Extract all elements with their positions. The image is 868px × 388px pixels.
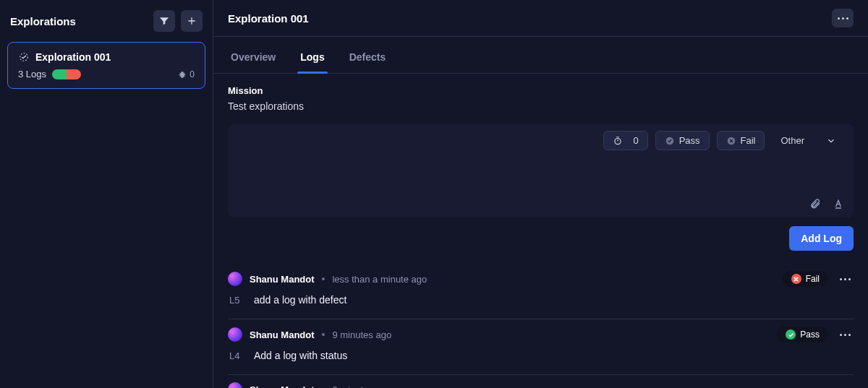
add-log-button[interactable]: Add Log [789,226,854,251]
fail-chip-label: Fail [741,135,756,146]
avatar [228,382,242,388]
chevron-down-icon [826,136,836,146]
other-select-label: Other [780,135,804,146]
log-id: L4 [229,350,244,361]
pass-chip-label: Pass [679,135,700,146]
check-icon [788,332,794,338]
log-more-button[interactable] [837,277,854,282]
text-format-icon [833,198,844,210]
tab-overview[interactable]: Overview [228,41,278,73]
status-badge-pass: Pass [777,327,828,342]
more-icon [838,17,848,20]
paperclip-icon [809,198,821,210]
sidebar-title: Explorations [10,15,76,27]
pass-chip[interactable]: Pass [655,131,710,150]
log-message: Add a log with status [254,350,347,361]
log-author: Shanu Mandot [250,329,315,340]
log-id: L5 [229,295,244,306]
stopwatch-icon [613,136,623,146]
log-entry: Shanu Mandot • 9 minutes ago L3 Add a lo… [228,375,854,388]
x-icon [793,276,799,283]
page-more-button[interactable] [832,9,854,27]
timer-chip[interactable]: 0 [603,131,647,150]
plus-icon [186,15,197,27]
log-time: less than a minute ago [332,274,427,285]
content: Mission Test explorations 0 Pass Fail [213,74,868,388]
logs-count-label: 3 Logs [18,69,46,79]
status-badge-label: Fail [806,274,820,284]
mission-text: Test explorations [228,100,854,112]
avatar [228,272,242,286]
log-entry: Shanu Mandot • less than a minute ago Fa… [228,264,854,319]
log-time: 9 minutes ago [332,384,391,389]
exploration-card[interactable]: Exploration 001 3 Logs 0 [7,42,205,89]
defect-count-value: 0 [190,69,195,79]
filter-button[interactable] [153,10,175,32]
tab-logs[interactable]: Logs [297,41,327,73]
other-select[interactable]: Other [772,132,845,150]
status-badge-fail: Fail [783,271,828,287]
mission-label: Mission [228,85,854,96]
status-badge-label: Pass [800,329,820,340]
checkmark-badge-icon [18,51,30,63]
format-button[interactable] [832,197,845,210]
exploration-title: Exploration 001 [35,51,111,63]
check-circle-icon [665,136,675,146]
tabs: Overview Logs Defects [213,41,868,74]
log-entry: Shanu Mandot • 9 minutes ago Pass L4 [228,319,854,375]
log-more-button[interactable] [837,332,854,337]
bug-icon [178,70,187,79]
filter-icon [158,15,170,27]
log-time: 9 minutes ago [332,329,391,340]
log-author: Shanu Mandot [250,384,315,389]
page-title: Exploration 001 [228,12,309,25]
svg-point-1 [615,138,621,144]
status-pill [52,69,81,79]
sidebar: Explorations Exploration 001 [0,0,213,388]
x-circle-icon [726,136,736,146]
main-header: Exploration 001 [213,0,868,37]
defect-count: 0 [178,69,195,79]
avatar [228,327,242,342]
tab-defects[interactable]: Defects [346,41,389,73]
timer-value: 0 [633,135,638,146]
attach-button[interactable] [809,197,822,210]
log-composer[interactable]: 0 Pass Fail Other [228,124,854,217]
add-exploration-button[interactable] [181,10,203,32]
log-author: Shanu Mandot [250,274,315,285]
log-message: add a log with defect [254,294,346,306]
main: Exploration 001 Overview Logs Defects Mi… [213,0,868,388]
fail-chip[interactable]: Fail [717,131,765,150]
sidebar-header: Explorations [7,7,205,42]
